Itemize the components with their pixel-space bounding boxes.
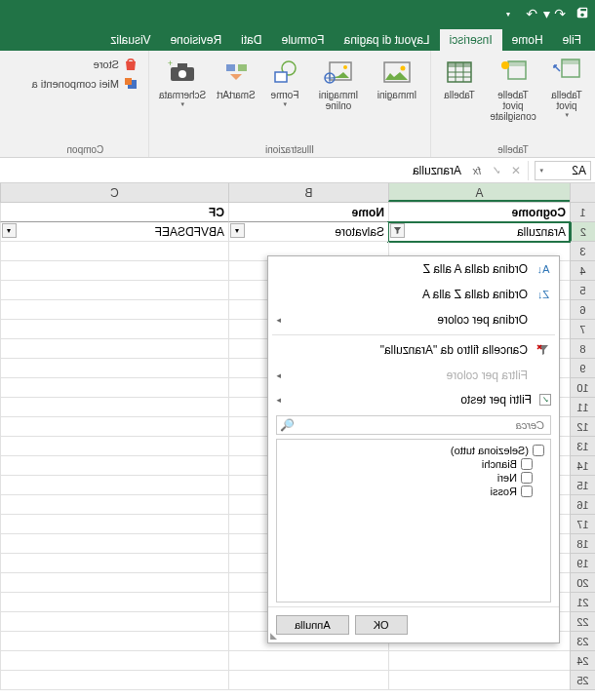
row-header-25[interactable]: 25 <box>570 671 595 690</box>
cell-b1[interactable]: Nome <box>228 203 388 222</box>
row-header-9[interactable]: 9 <box>570 359 595 378</box>
row-header-7[interactable]: 7 <box>570 320 595 339</box>
sort-az-item[interactable]: A↓ Ordina dalla A alla Z <box>268 256 559 282</box>
row-header-8[interactable]: 8 <box>570 339 595 359</box>
cell[interactable] <box>0 573 228 593</box>
col-header-b[interactable]: B <box>228 183 388 202</box>
filter-check-selectall[interactable]: (Seleziona tutto) <box>281 444 546 457</box>
cell[interactable] <box>0 632 228 651</box>
myaddins-button[interactable]: Miei componenti a <box>32 76 139 92</box>
redo-icon[interactable]: ↷ <box>526 6 537 21</box>
cell[interactable] <box>0 359 228 378</box>
cell[interactable] <box>0 651 228 671</box>
sort-color-item[interactable]: Ordina per colore ▸ <box>268 307 559 332</box>
save-icon[interactable] <box>575 6 589 22</box>
filter-text-item[interactable]: ✓ Filtri per testo ▸ <box>268 388 559 411</box>
filter-check-item[interactable]: Rossi <box>281 485 535 498</box>
cell[interactable] <box>0 534 228 554</box>
cell[interactable] <box>0 378 228 398</box>
sort-za-item[interactable]: Z↓ Ordina dalla Z alla A <box>268 282 559 307</box>
cell[interactable] <box>0 593 228 612</box>
cell-a2[interactable]: Aranzulla <box>388 222 570 242</box>
shapes-button[interactable]: Forme ▾ <box>262 55 307 110</box>
tab-data[interactable]: Dati <box>231 29 271 51</box>
pivot-rec-button[interactable]: Tabelle pivot consigliate <box>486 55 540 124</box>
cell[interactable] <box>0 554 228 573</box>
select-all-corner[interactable] <box>570 183 595 202</box>
cell[interactable] <box>388 651 570 671</box>
cell[interactable] <box>0 281 228 300</box>
pivot-table-button[interactable]: Tabella pivot ▾ <box>544 55 589 121</box>
cell[interactable] <box>0 242 228 261</box>
cell[interactable] <box>0 417 228 437</box>
checkbox[interactable] <box>533 445 544 456</box>
col-header-c[interactable]: C <box>0 183 228 202</box>
screenshot-button[interactable]: + Schermata ▾ <box>155 55 210 110</box>
row-header-12[interactable]: 12 <box>570 417 595 437</box>
row-header-11[interactable]: 11 <box>570 398 595 417</box>
checkbox[interactable] <box>521 458 533 470</box>
smartart-button[interactable]: SmartArt <box>214 55 258 102</box>
row-header-10[interactable]: 10 <box>570 378 595 398</box>
undo-icon[interactable]: ↶ <box>554 6 566 21</box>
row-header-17[interactable]: 17 <box>570 515 595 534</box>
tab-layout[interactable]: Layout di pagina <box>335 29 440 51</box>
cell-c2[interactable]: ABVFDSAEF ▾ <box>0 222 228 242</box>
cell[interactable] <box>0 398 228 417</box>
resize-handle-icon[interactable]: ◢ <box>270 631 277 641</box>
cell[interactable] <box>228 651 388 671</box>
cell[interactable] <box>0 495 228 515</box>
row-header-14[interactable]: 14 <box>570 456 595 476</box>
checkbox[interactable] <box>521 472 533 484</box>
tab-file[interactable]: File <box>553 29 591 51</box>
cell[interactable] <box>388 671 570 690</box>
row-header-6[interactable]: 6 <box>570 300 595 320</box>
filter-button-b[interactable]: ▾ <box>230 223 245 238</box>
cancel-formula-button[interactable]: ✕ <box>506 164 526 177</box>
cell[interactable] <box>0 515 228 534</box>
filter-button-a[interactable] <box>390 223 405 238</box>
tab-review[interactable]: Revisione <box>160 29 231 51</box>
undo-dropdown[interactable]: ▾ <box>543 6 550 21</box>
tab-insert[interactable]: Inserisci <box>440 29 502 51</box>
row-header-15[interactable]: 15 <box>570 476 595 495</box>
row-header-16[interactable]: 16 <box>570 495 595 515</box>
cell[interactable] <box>0 437 228 456</box>
cell[interactable] <box>0 456 228 476</box>
tab-formulas[interactable]: Formule <box>272 29 335 51</box>
cell-b2[interactable]: Salvatore ▾ <box>228 222 388 242</box>
row-header-24[interactable]: 24 <box>570 651 595 671</box>
row-header-13[interactable]: 13 <box>570 437 595 456</box>
fx-button[interactable]: fx <box>467 165 487 176</box>
images-online-button[interactable]: Immagini online <box>311 55 366 113</box>
cancel-button[interactable]: Annulla <box>276 615 349 635</box>
row-header-4[interactable]: 4 <box>570 261 595 281</box>
filter-button-c[interactable]: ▾ <box>2 223 17 238</box>
tab-view[interactable]: Visualiz <box>100 29 160 51</box>
filter-check-item[interactable]: Neri <box>281 471 535 485</box>
cell[interactable] <box>0 339 228 359</box>
tab-home[interactable]: Home <box>502 29 553 51</box>
store-button[interactable]: Store <box>32 57 139 72</box>
row-header-2[interactable]: 2 <box>570 222 595 242</box>
row-header-23[interactable]: 23 <box>570 632 595 651</box>
cell-a1[interactable]: Cognome <box>388 203 570 222</box>
cell[interactable] <box>0 261 228 281</box>
row-header-21[interactable]: 21 <box>570 593 595 612</box>
images-button[interactable]: Immagini <box>370 55 424 102</box>
row-header-1[interactable]: 1 <box>570 203 595 222</box>
name-box[interactable]: A2 ▾ <box>535 161 591 180</box>
row-header-22[interactable]: 22 <box>570 612 595 632</box>
filter-search-input[interactable] <box>276 415 551 435</box>
row-header-18[interactable]: 18 <box>570 534 595 554</box>
clear-filter-item[interactable]: Cancella filtro da "Aranzulla" <box>268 337 559 363</box>
cell[interactable] <box>0 476 228 495</box>
ok-button[interactable]: OK <box>355 615 408 635</box>
cell-c1[interactable]: CF <box>0 203 228 222</box>
col-header-a[interactable]: A <box>388 183 570 202</box>
cell[interactable] <box>228 671 388 690</box>
formula-input[interactable] <box>0 162 467 179</box>
qat-customize-icon[interactable]: ▾ <box>506 10 510 19</box>
accept-formula-button[interactable]: ✓ <box>487 164 506 177</box>
row-header-19[interactable]: 19 <box>570 554 595 573</box>
